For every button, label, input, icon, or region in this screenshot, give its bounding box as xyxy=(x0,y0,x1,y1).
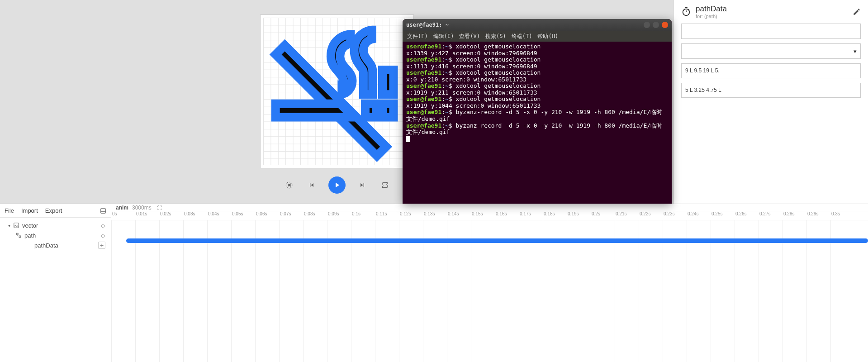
terminal-window[interactable]: user@fae91: ~ 文件(F)编辑(E)查看(V)搜索(S)终端(T)帮… xyxy=(403,19,672,204)
canvas-vector-icon xyxy=(263,18,411,165)
tree-label: vector xyxy=(22,222,38,229)
panel-collapse-icon[interactable] xyxy=(100,208,106,214)
property-title: pathData xyxy=(696,5,727,14)
menu-export[interactable]: Export xyxy=(45,207,62,214)
ruler-tick: 0.04s xyxy=(207,211,231,220)
terminal-titlebar[interactable]: user@fae91: ~ xyxy=(403,19,672,31)
maximize-button[interactable] xyxy=(653,22,659,28)
ruler-tick: 0.25s xyxy=(711,211,735,220)
terminal-line: user@fae91:~$ byzanz-record -d 5 -x 0 -y… xyxy=(406,109,668,122)
keyframe-icon[interactable]: ◇ xyxy=(101,232,105,239)
track-start-handle[interactable] xyxy=(126,238,131,243)
ruler-tick: 0.03s xyxy=(183,211,207,220)
keyframe-icon[interactable]: ◇ xyxy=(101,222,105,229)
terminal-menu-item[interactable]: 搜索(S) xyxy=(484,32,508,41)
play-button[interactable] xyxy=(328,176,346,194)
ruler-tick: 0.11s xyxy=(375,211,399,220)
tree-item-vector[interactable]: ▾ vector ◇ xyxy=(2,220,109,230)
tree-label: path xyxy=(24,232,36,239)
terminal-line: x:1339 y:427 screen:0 window:79696849 xyxy=(406,50,668,57)
timeline-track[interactable] xyxy=(128,238,868,243)
ruler-tick: 0.16s xyxy=(495,211,519,220)
ruler-tick: 0.28s xyxy=(783,211,806,220)
ruler-tick: 0.24s xyxy=(687,211,711,220)
ruler-tick: 0.2s xyxy=(591,211,615,220)
terminal-line: user@fae91:~$ xdotool getmouselocation xyxy=(406,70,668,76)
tree-item-path[interactable]: path ◇ xyxy=(2,230,109,240)
canvas[interactable] xyxy=(260,14,414,168)
ruler-tick: 0.07s xyxy=(279,211,303,220)
timeline-body[interactable] xyxy=(111,220,868,362)
timeline-panel: anim 3000ms ⛶ 0s0.01s0.02s0.03s0.04s0.05… xyxy=(111,204,868,362)
terminal-menu-item[interactable]: 帮助(H) xyxy=(536,32,560,41)
terminal-content[interactable]: user@fae91:~$ xdotool getmouselocationx:… xyxy=(403,42,672,144)
terminal-menubar: 文件(F)编辑(E)查看(V)搜索(S)终端(T)帮助(H) xyxy=(403,31,672,42)
terminal-line: x:1113 y:416 screen:0 window:79696849 xyxy=(406,63,668,70)
menu-import[interactable]: Import xyxy=(21,207,38,214)
tree-item-pathdata[interactable]: pathData + xyxy=(2,240,109,250)
ruler-tick: 0.29s xyxy=(806,211,830,220)
property-input-1[interactable] xyxy=(681,24,861,39)
stopwatch-icon xyxy=(681,7,691,17)
playback-controls xyxy=(283,176,391,194)
ruler-tick: 0.09s xyxy=(327,211,351,220)
terminal-menu-item[interactable]: 编辑(E) xyxy=(432,32,456,41)
ruler-tick: 0.3s xyxy=(830,211,854,220)
terminal-line: user@fae91:~$ xdotool getmouselocation xyxy=(406,96,668,103)
ruler-tick: 0.08s xyxy=(303,211,327,220)
terminal-title: user@fae91: ~ xyxy=(406,22,449,28)
tree-label: pathData xyxy=(34,242,58,249)
chevron-down-icon[interactable]: ▾ xyxy=(8,223,10,228)
ruler-tick: 0.19s xyxy=(567,211,591,220)
ruler-tick: 0.14s xyxy=(447,211,471,220)
skip-previous-icon[interactable] xyxy=(306,179,318,191)
layer-tree: ▾ vector ◇ path ◇ xyxy=(0,218,111,253)
ruler-tick: 0.27s xyxy=(759,211,783,220)
ruler-tick: 0.05s xyxy=(231,211,255,220)
add-keyframe-button[interactable]: + xyxy=(98,242,105,249)
ruler-tick: 0.12s xyxy=(399,211,423,220)
path-icon xyxy=(15,232,22,238)
timeline-anim-label: anim xyxy=(116,205,128,211)
ruler-tick: 0.06s xyxy=(255,211,279,220)
terminal-menu-item[interactable]: 终端(T) xyxy=(510,32,534,41)
ruler-tick: 0.1s xyxy=(351,211,375,220)
svg-rect-3 xyxy=(14,223,19,228)
ruler-tick: 0.21s xyxy=(615,211,639,220)
menu-file[interactable]: File xyxy=(5,207,14,214)
minimize-button[interactable] xyxy=(644,22,650,28)
layers-panel: File Import Export ▾ vector ◇ xyxy=(0,204,111,362)
terminal-cursor xyxy=(406,136,668,143)
ruler-tick: 0.15s xyxy=(471,211,495,220)
loop-icon[interactable] xyxy=(379,179,391,191)
ruler-tick: 0s xyxy=(111,211,135,220)
property-text-1[interactable]: 9 L 9.5 19 L 5. xyxy=(681,63,861,78)
property-text-2[interactable]: 5 L 3.25 4.75 L xyxy=(681,83,861,98)
ruler-tick: 0.17s xyxy=(519,211,543,220)
terminal-line: x:0 y:210 screen:0 window:65011733 xyxy=(406,76,668,83)
timeline-ruler[interactable]: 0s0.01s0.02s0.03s0.04s0.05s0.06s0.07s0.0… xyxy=(111,211,868,220)
terminal-line: x:1919 y:1044 screen:0 window:65011733 xyxy=(406,103,668,110)
fullscreen-icon[interactable]: ⛶ xyxy=(157,205,162,210)
terminal-line: user@fae91:~$ byzanz-record -d 5 -x 0 -y… xyxy=(406,123,668,136)
close-button[interactable] xyxy=(662,22,668,28)
image-icon xyxy=(13,222,19,229)
property-subtitle: for: (path) xyxy=(696,14,727,19)
svg-rect-2 xyxy=(101,208,106,213)
terminal-menu-item[interactable]: 查看(V) xyxy=(457,32,482,41)
properties-panel: pathData for: (path) ▾ 9 L 9.5 19 L 5. 5… xyxy=(674,0,868,204)
property-select[interactable]: ▾ xyxy=(681,43,861,59)
edit-icon[interactable] xyxy=(853,8,861,16)
ruler-tick: 0.01s xyxy=(135,211,159,220)
playback-rewind-to-start-icon[interactable] xyxy=(283,179,295,191)
ruler-tick: 0.13s xyxy=(423,211,447,220)
terminal-line: x:1919 y:211 screen:0 window:65011733 xyxy=(406,90,668,96)
skip-next-icon[interactable] xyxy=(356,179,368,191)
ruler-tick: 0.22s xyxy=(639,211,663,220)
ruler-tick: 0.26s xyxy=(735,211,759,220)
timeline-duration: 3000ms xyxy=(132,205,152,211)
terminal-line: user@fae91:~$ xdotool getmouselocation xyxy=(406,57,668,63)
ruler-tick: 0.18s xyxy=(543,211,567,220)
terminal-menu-item[interactable]: 文件(F) xyxy=(405,32,430,41)
terminal-line: user@fae91:~$ xdotool getmouselocation xyxy=(406,83,668,90)
